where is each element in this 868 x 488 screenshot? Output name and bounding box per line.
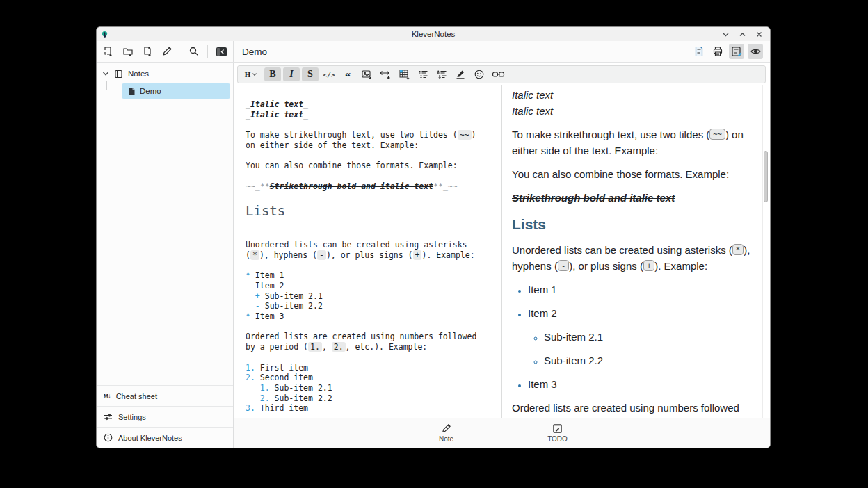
cheat-sheet-label: Cheat sheet (116, 392, 157, 400)
rename-button[interactable] (159, 44, 175, 59)
italic-label: I (289, 69, 293, 80)
tree-item-demo[interactable]: Demo (122, 83, 230, 99)
editor-line: on either side of the text. Example: (246, 140, 496, 151)
tab-note[interactable]: Note (405, 423, 488, 443)
window-title: KleverNotes (97, 30, 770, 38)
main-area: H B I S </> “ (234, 63, 770, 448)
editor-line (246, 150, 496, 161)
list-item: Item 2Sub-item 2.1Sub-item 2.2 (528, 305, 752, 368)
chevron-down-icon[interactable] (102, 70, 109, 77)
italic-button[interactable]: I (283, 67, 300, 81)
text-document-button[interactable] (691, 44, 707, 59)
tree-connector-line (106, 81, 118, 90)
image-button[interactable] (358, 67, 375, 81)
preview-scrollbar-thumb[interactable] (764, 151, 768, 202)
highlight-button[interactable] (452, 67, 469, 81)
chevron-down-icon (252, 72, 257, 77)
link-button[interactable] (377, 67, 394, 81)
inline-code-button[interactable]: </> (321, 67, 337, 81)
sidebar: Notes Demo M↓ Cheat sheet (97, 63, 234, 448)
editor-mode-button[interactable] (729, 44, 744, 59)
editor-line: * Item 3 (246, 311, 496, 322)
emoji-button[interactable] (471, 67, 488, 81)
preview-content: Italic textItalic textTo make strikethro… (512, 87, 752, 418)
unordered-list-button[interactable] (433, 67, 450, 81)
bottom-tab-bar: Note TODO (234, 418, 770, 448)
preview-paragraph: To make strikethrough text, use two tild… (512, 127, 752, 158)
editor-content: _Italic text__Italic text_ To make strik… (246, 99, 496, 414)
notebook-icon (114, 70, 123, 79)
editor-line: 3. Third item (246, 403, 496, 414)
editor-preview-split: _Italic text__Italic text_ To make strik… (234, 85, 770, 418)
note-title: Demo (242, 47, 267, 57)
editor-line: - Sub-item 2.2 (246, 301, 496, 311)
preview-sublist: Sub-item 2.1Sub-item 2.2 (528, 329, 752, 368)
editor-line: * Item 1 (246, 270, 496, 281)
strikethrough-label: S (307, 69, 313, 80)
strikethrough-button[interactable]: S (302, 67, 319, 81)
tab-note-label: Note (439, 435, 453, 443)
blockquote-button[interactable]: “ (339, 67, 356, 81)
preview-paragraph: You can also combine those formats. Exam… (512, 166, 752, 182)
sliders-icon (104, 413, 113, 421)
editor-heading-line: Lists (246, 202, 496, 220)
tab-todo[interactable]: TODO (516, 423, 600, 443)
heading-label: H (245, 70, 251, 79)
editor-line (246, 171, 496, 181)
preview-paragraph: Strikethrough bold and italic text (512, 190, 752, 206)
new-notebook-button[interactable] (101, 44, 116, 59)
list-subitem: Sub-item 2.2 (544, 352, 752, 368)
list-item: Item 1 (528, 282, 752, 298)
linked-note-button[interactable] (490, 67, 506, 81)
editor-line: Unordered lists can be created using ast… (246, 240, 496, 250)
search-button[interactable] (186, 44, 202, 59)
editor-line: 1. First item (246, 363, 496, 373)
preview-heading: Lists (512, 215, 752, 234)
cheat-sheet-button[interactable]: M↓ Cheat sheet (97, 385, 233, 406)
editor-line (246, 230, 496, 241)
ordered-list-button[interactable] (415, 67, 431, 81)
tree-item-label: Notes (128, 70, 149, 78)
notes-tree: Notes Demo (97, 63, 233, 385)
unordered-list-icon (436, 69, 448, 80)
bold-button[interactable]: B (264, 67, 281, 81)
editor-line: To make strikethrough text, use two tild… (246, 130, 496, 140)
markdown-icon: M↓ (104, 393, 111, 399)
maximize-button[interactable] (739, 31, 746, 38)
editor-line: Ordered lists are created using numbers … (246, 332, 496, 342)
new-note-button[interactable] (140, 44, 155, 59)
titlebar: KleverNotes (97, 27, 770, 41)
about-label: About KleverNotes (118, 434, 182, 442)
about-button[interactable]: About KleverNotes (97, 427, 233, 448)
editor-line: 2. Second item (246, 373, 496, 383)
new-group-button[interactable] (120, 44, 136, 59)
link-icon (379, 69, 392, 80)
info-icon (104, 433, 113, 442)
preview-scrollbar[interactable] (762, 85, 769, 418)
editor-line: (*), hyphens (-), or plus signs (+). Exa… (246, 250, 496, 261)
app-window: KleverNotes (96, 26, 771, 448)
table-button[interactable] (396, 67, 412, 81)
collapse-sidebar-button[interactable] (214, 44, 229, 59)
editor-line (246, 261, 496, 271)
highlight-icon (455, 69, 466, 80)
format-toolbar: H B I S </> “ (237, 65, 766, 83)
print-button[interactable] (710, 44, 725, 59)
quote-label: “ (345, 70, 351, 80)
tree-item-notes[interactable]: Notes (97, 66, 233, 81)
minimize-button[interactable] (722, 31, 730, 38)
editor-line: + Sub-item 2.1 (246, 291, 496, 302)
preview-paragraph: Unordered lists can be created using ast… (512, 242, 752, 274)
list-item: Item 3 (528, 376, 752, 392)
editor-line: by a period (1., 2., etc.). Example: (246, 342, 496, 352)
preview-mode-button[interactable] (748, 44, 763, 59)
markdown-editor[interactable]: _Italic text__Italic text_ To make strik… (234, 85, 502, 418)
settings-button[interactable]: Settings (97, 406, 233, 427)
tree-item-label: Demo (140, 87, 161, 95)
sidebar-toolbar (97, 41, 234, 62)
editor-line (246, 191, 496, 202)
heading-button[interactable]: H (240, 67, 262, 81)
table-icon (399, 69, 410, 80)
close-button[interactable] (755, 31, 763, 38)
todo-board-icon (552, 423, 563, 434)
